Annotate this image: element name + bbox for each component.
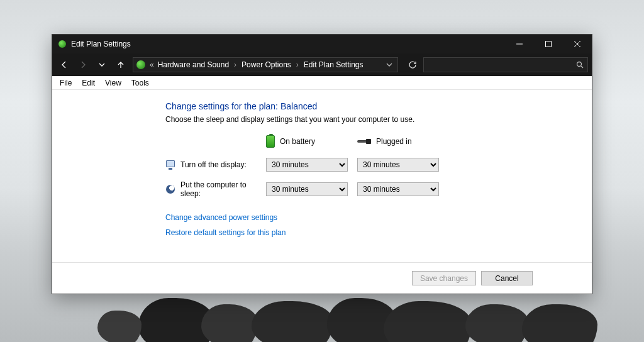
address-bar[interactable]: « Hardware and Sound › Power Options › E…: [133, 57, 398, 72]
display-plugged-select[interactable]: 30 minutes: [357, 158, 439, 172]
svg-point-1: [577, 62, 582, 67]
forward-button[interactable]: [75, 57, 91, 73]
desktop-rock: [201, 304, 258, 342]
page-subtext: Choose the sleep and display settings th…: [165, 115, 592, 124]
display-icon: [165, 160, 175, 170]
moon-icon: [165, 184, 175, 194]
desktop-rock: [384, 301, 472, 342]
desktop-rock: [252, 301, 333, 342]
control-panel-window: Edit Plan Settings « Hardware and Sound: [52, 34, 592, 294]
menu-edit[interactable]: Edit: [77, 77, 100, 89]
setting-label: Put the computer to sleep:: [180, 180, 266, 198]
menu-tools[interactable]: Tools: [126, 77, 154, 89]
back-button[interactable]: [56, 57, 72, 73]
chevron-right-icon[interactable]: ›: [234, 60, 236, 69]
save-button[interactable]: Save changes: [412, 271, 476, 285]
footer-bar: Save changes Cancel: [52, 262, 592, 294]
setting-label: Turn off the display:: [180, 160, 266, 169]
display-battery-select[interactable]: 30 minutes: [266, 158, 348, 172]
battery-icon: [266, 135, 275, 148]
cancel-button[interactable]: Cancel: [481, 271, 533, 285]
page-heading: Change settings for the plan: Balanced: [165, 101, 592, 111]
breadcrumb-item[interactable]: Hardware and Sound: [158, 60, 229, 69]
desktop-rock: [465, 304, 528, 342]
recent-locations-button[interactable]: [94, 57, 110, 73]
up-button[interactable]: [113, 57, 129, 73]
restore-defaults-link[interactable]: Restore default settings for this plan: [165, 228, 592, 237]
sleep-plugged-select[interactable]: 30 minutes: [357, 182, 439, 196]
setting-row-display: Turn off the display: 30 minutes 30 minu…: [165, 158, 592, 172]
refresh-button[interactable]: [404, 57, 421, 72]
search-icon: [576, 61, 584, 69]
navigation-bar: « Hardware and Sound › Power Options › E…: [52, 53, 592, 76]
desktop-rock: [97, 311, 142, 342]
power-options-icon: [136, 60, 146, 70]
svg-rect-0: [546, 41, 552, 47]
chevron-right-icon[interactable]: ›: [296, 60, 299, 69]
titlebar[interactable]: Edit Plan Settings: [52, 35, 592, 53]
window-title: Edit Plan Settings: [71, 40, 131, 48]
breadcrumb-item[interactable]: Edit Plan Settings: [304, 60, 364, 69]
column-header-battery: On battery: [280, 137, 315, 146]
advanced-settings-link[interactable]: Change advanced power settings: [165, 213, 592, 222]
content-area: Change settings for the plan: Balanced C…: [52, 90, 592, 294]
close-button[interactable]: [563, 35, 592, 53]
chevron-down-icon[interactable]: [386, 62, 392, 68]
breadcrumb-overflow-icon[interactable]: «: [150, 60, 154, 69]
column-header-plugged: Plugged in: [376, 137, 412, 146]
menu-file[interactable]: File: [55, 77, 77, 89]
maximize-button[interactable]: [534, 35, 563, 53]
menu-bar: File Edit View Tools: [52, 76, 592, 90]
breadcrumb-item[interactable]: Power Options: [242, 60, 291, 69]
power-options-icon: [57, 39, 67, 49]
setting-row-sleep: Put the computer to sleep: 30 minutes 30…: [165, 180, 592, 198]
desktop-rock: [522, 304, 597, 342]
minimize-button[interactable]: [505, 35, 534, 53]
plug-icon: [357, 138, 371, 145]
sleep-battery-select[interactable]: 30 minutes: [266, 182, 348, 196]
search-input[interactable]: [423, 57, 588, 72]
menu-view[interactable]: View: [100, 77, 126, 89]
